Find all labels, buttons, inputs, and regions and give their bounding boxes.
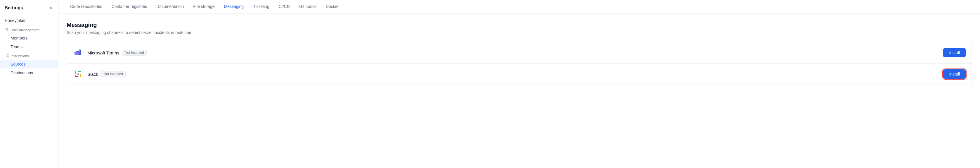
svg-rect-18: [75, 76, 78, 77]
svg-rect-16: [78, 71, 81, 72]
svg-rect-14: [80, 74, 81, 77]
slack-install-button[interactable]: Install: [943, 69, 966, 79]
tab-messaging[interactable]: Messaging: [219, 0, 248, 13]
tab-documentation[interactable]: Documentation: [152, 0, 188, 13]
destinations-label: Destinations: [11, 70, 33, 75]
main-content: Code repositories Container registries D…: [59, 0, 980, 168]
svg-text:T: T: [75, 53, 77, 55]
tab-ticketing[interactable]: Ticketing: [248, 0, 274, 13]
page-title: Messaging: [67, 22, 972, 29]
svg-text:T: T: [79, 50, 81, 52]
microsoft-teams-badge: Not installed: [122, 50, 147, 56]
microsoft-teams-logo: T T: [73, 47, 83, 58]
svg-point-2: [5, 55, 6, 56]
svg-rect-19: [78, 74, 79, 75]
slack-name: Slack: [88, 72, 98, 77]
slack-logo: [73, 69, 83, 79]
sidebar-item-teams[interactable]: Teams: [0, 42, 58, 51]
tab-file-storage[interactable]: File storage: [188, 0, 219, 13]
tab-code-repositories[interactable]: Code repositories: [65, 0, 107, 13]
integration-list: T T Microsoft Teams Not installed Instal…: [67, 42, 972, 85]
sidebar-item-sources[interactable]: Sources: [0, 60, 58, 69]
tab-container-registries[interactable]: Container registries: [107, 0, 152, 13]
slack-badge: Not installed: [101, 71, 126, 77]
microsoft-teams-install-button[interactable]: Install: [943, 48, 966, 58]
page-description: Scan your messaging channels to detect s…: [67, 30, 972, 35]
sources-label: Sources: [11, 62, 25, 66]
teams-label: Teams: [11, 45, 22, 49]
svg-point-3: [8, 54, 9, 55]
sidebar-section-integrations: Integrations: [0, 51, 58, 60]
sidebar-item-destinations[interactable]: Destinations: [0, 69, 58, 77]
close-button[interactable]: ×: [48, 5, 54, 11]
sidebar-item-honeytoken[interactable]: Honeytoken: [0, 16, 58, 25]
svg-point-1: [7, 29, 8, 30]
user-management-label: User management: [11, 28, 40, 32]
sidebar: Settings × Honeytoken User management Me…: [0, 0, 59, 168]
user-management-icon: [5, 27, 9, 32]
tabs-bar: Code repositories Container registries D…: [59, 0, 980, 13]
members-label: Members: [11, 36, 27, 40]
tab-docker[interactable]: Docker: [321, 0, 343, 13]
microsoft-teams-name: Microsoft Teams: [88, 50, 119, 55]
svg-line-6: [6, 56, 7, 56]
sidebar-header: Settings ×: [0, 5, 58, 16]
sidebar-item-members[interactable]: Members: [0, 34, 58, 42]
honeytoken-label: Honeytoken: [5, 18, 27, 23]
svg-point-0: [6, 28, 7, 29]
integration-row-slack: Slack Not installed Install: [67, 64, 972, 85]
content-area: Messaging Scan your messaging channels t…: [59, 13, 980, 168]
integration-row-microsoft-teams: T T Microsoft Teams Not installed Instal…: [67, 42, 972, 64]
tab-ci-cd[interactable]: CI/CD: [274, 0, 294, 13]
svg-rect-12: [75, 71, 76, 74]
svg-rect-13: [75, 75, 76, 76]
tab-git-hooks[interactable]: Git hooks: [294, 0, 321, 13]
svg-point-4: [8, 56, 9, 58]
integrations-label: Integrations: [11, 54, 29, 58]
svg-line-5: [6, 55, 7, 56]
integrations-icon: [5, 54, 9, 59]
sidebar-section-user-management: User management: [0, 25, 58, 34]
sidebar-title: Settings: [5, 5, 23, 11]
